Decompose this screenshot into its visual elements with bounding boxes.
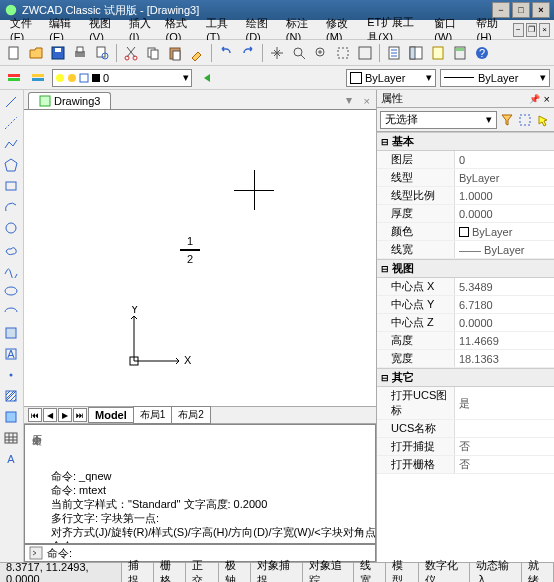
paste-button[interactable] [165, 43, 185, 63]
status-toggle[interactable]: 栅格 [154, 563, 186, 582]
cut-button[interactable] [121, 43, 141, 63]
ellipse-tool[interactable] [1, 281, 21, 301]
new-button[interactable] [4, 43, 24, 63]
panel-close-icon[interactable]: × [544, 93, 550, 105]
revcloud-tool[interactable] [1, 239, 21, 259]
spline-tool[interactable] [1, 260, 21, 280]
property-value[interactable]: 1.0000 [455, 187, 554, 204]
zoom-realtime-button[interactable] [289, 43, 309, 63]
property-row[interactable]: 打开栅格否 [377, 456, 554, 474]
close-button[interactable]: × [532, 2, 550, 18]
layer-props-button[interactable] [4, 68, 24, 88]
save-button[interactable] [48, 43, 68, 63]
drawing-canvas[interactable]: 1 2 X Y [24, 110, 376, 406]
region-tool[interactable] [1, 407, 21, 427]
property-value[interactable]: 18.1363 [455, 350, 554, 367]
property-row[interactable]: 宽度18.1363 [377, 350, 554, 368]
property-row[interactable]: 图层0 [377, 151, 554, 169]
property-value[interactable]: 0.0000 [455, 205, 554, 222]
property-value[interactable]: 5.3489 [455, 278, 554, 295]
property-value[interactable]: —— ByLayer [455, 241, 554, 258]
zoom-prev-button[interactable] [311, 43, 331, 63]
layout1-tab[interactable]: 布局1 [133, 406, 173, 424]
properties-button[interactable] [384, 43, 404, 63]
tab-menu-icon[interactable]: ▾ [340, 91, 358, 109]
zoom-all-button[interactable] [355, 43, 375, 63]
property-value[interactable]: 0 [455, 151, 554, 168]
layer-dropdown[interactable]: 0 ▾ [52, 69, 192, 87]
property-row[interactable]: UCS名称 [377, 420, 554, 438]
property-row[interactable]: 中心点 X5.3489 [377, 278, 554, 296]
copy-button[interactable] [143, 43, 163, 63]
status-toggle[interactable]: 对象追踪 [303, 563, 355, 582]
property-value[interactable]: 是 [455, 387, 554, 419]
layer-prev-button[interactable] [196, 68, 216, 88]
property-row[interactable]: 高度11.4669 [377, 332, 554, 350]
property-row[interactable]: 厚度0.0000 [377, 205, 554, 223]
property-value[interactable]: 否 [455, 438, 554, 455]
ellipse-arc-tool[interactable] [1, 302, 21, 322]
open-button[interactable] [26, 43, 46, 63]
property-group-header[interactable]: 基本 [377, 132, 554, 151]
property-row[interactable]: 颜色ByLayer [377, 223, 554, 241]
tab-last-button[interactable]: ⏭ [73, 408, 87, 422]
property-group-header[interactable]: 视图 [377, 259, 554, 278]
coordinates-display[interactable]: 8.3717, 11.2493, 0.0000 [0, 563, 122, 582]
table-tool[interactable] [1, 428, 21, 448]
xline-tool[interactable] [1, 113, 21, 133]
model-tab[interactable]: Model [88, 407, 134, 423]
layer-states-button[interactable] [28, 68, 48, 88]
status-toggle[interactable]: 动态输入 [470, 563, 522, 582]
tab-next-button[interactable]: ▶ [58, 408, 72, 422]
zoom-window-button[interactable] [333, 43, 353, 63]
status-toggle[interactable]: 数字化仪 [419, 563, 471, 582]
rectangle-tool[interactable] [1, 176, 21, 196]
layout2-tab[interactable]: 布局2 [171, 406, 211, 424]
property-value[interactable]: ByLayer [455, 169, 554, 186]
property-value[interactable]: 否 [455, 456, 554, 473]
property-value[interactable] [455, 420, 554, 437]
status-toggle[interactable]: 就绪 [522, 563, 554, 582]
help-button[interactable]: ? [472, 43, 492, 63]
match-prop-button[interactable] [187, 43, 207, 63]
insert-block-tool[interactable] [1, 323, 21, 343]
status-toggle[interactable]: 模型 [386, 563, 418, 582]
toggle-pick-icon[interactable] [535, 112, 551, 128]
design-center-button[interactable] [406, 43, 426, 63]
color-dropdown[interactable]: ByLayer ▾ [346, 69, 436, 87]
property-value[interactable]: 6.7180 [455, 296, 554, 313]
mtext-tool[interactable]: A [1, 449, 21, 469]
print-preview-button[interactable] [92, 43, 112, 63]
tab-prev-button[interactable]: ◀ [43, 408, 57, 422]
tab-first-button[interactable]: ⏮ [28, 408, 42, 422]
undo-button[interactable] [216, 43, 236, 63]
tab-close-icon[interactable]: × [358, 93, 376, 109]
status-toggle[interactable]: 线宽 [354, 563, 386, 582]
maximize-button[interactable]: □ [512, 2, 530, 18]
property-row[interactable]: 中心点 Y6.7180 [377, 296, 554, 314]
property-row[interactable]: 中心点 Z0.0000 [377, 314, 554, 332]
status-toggle[interactable]: 捕捉 [122, 563, 154, 582]
print-button[interactable] [70, 43, 90, 63]
mdi-minimize[interactable]: − [513, 23, 524, 37]
property-row[interactable]: 打开UCS图标是 [377, 387, 554, 420]
property-value[interactable]: 11.4669 [455, 332, 554, 349]
selection-dropdown[interactable]: 无选择 ▾ [380, 111, 497, 129]
arc-tool[interactable] [1, 197, 21, 217]
calc-button[interactable] [450, 43, 470, 63]
property-row[interactable]: 线宽—— ByLayer [377, 241, 554, 259]
property-value[interactable]: 0.0000 [455, 314, 554, 331]
mdi-restore[interactable]: ❐ [526, 23, 537, 37]
property-row[interactable]: 线型比例1.0000 [377, 187, 554, 205]
linetype-dropdown[interactable]: ByLayer ▾ [440, 69, 550, 87]
property-row[interactable]: 打开捕捉否 [377, 438, 554, 456]
status-toggle[interactable]: 对象捕捉 [251, 563, 303, 582]
select-objects-icon[interactable] [517, 112, 533, 128]
polyline-tool[interactable] [1, 134, 21, 154]
property-grid[interactable]: 基本图层0线型ByLayer线型比例1.0000厚度0.0000颜色ByLaye… [377, 132, 554, 562]
property-group-header[interactable]: 其它 [377, 368, 554, 387]
document-tab[interactable]: Drawing3 [28, 92, 111, 109]
polygon-tool[interactable] [1, 155, 21, 175]
line-tool[interactable] [1, 92, 21, 112]
tool-palette-button[interactable] [428, 43, 448, 63]
